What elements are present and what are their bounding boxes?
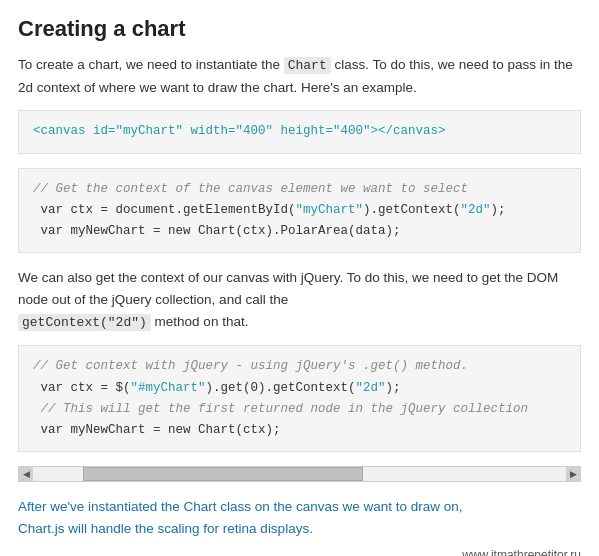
code-comment-jquery: // Get context with jQuery - using jQuer…	[33, 359, 468, 373]
inline-code-getcontext: getContext("2d")	[18, 314, 151, 331]
intro-paragraph: To create a chart, we need to instantiat…	[18, 54, 581, 98]
scroll-left-arrow[interactable]: ◀	[19, 467, 33, 481]
watermark-text: www.itmathrepetitor.ru	[462, 548, 581, 556]
bottom-paragraph: After we've instantiated the Chart class…	[18, 496, 581, 539]
code-jquery-line2: var myNewChart = new Chart(ctx);	[33, 423, 281, 437]
scroll-right-arrow[interactable]: ▶	[566, 467, 580, 481]
page-title: Creating a chart	[18, 16, 581, 42]
code-comment-jquery-2: // This will get the first returned node…	[33, 402, 528, 416]
bottom-text-prefix: After we've instantiated the	[18, 499, 183, 514]
code-block-canvas: <canvas id="myChart" width="400" height=…	[18, 110, 581, 153]
inline-code-chart: Chart	[284, 57, 331, 74]
bottom-inline-chart: Chart	[183, 499, 216, 514]
code-line-1: var ctx = document.getElementById("myCha…	[33, 203, 506, 217]
watermark: www.itmathrepetitor.ru	[18, 548, 581, 556]
horizontal-scrollbar[interactable]: ◀ ▶	[18, 466, 581, 482]
paragraph-2-text: We can also get the context of our canva…	[18, 270, 558, 307]
code-line-2: var myNewChart = new Chart(ctx).PolarAre…	[33, 224, 401, 238]
paragraph-2-end: method on that.	[155, 314, 249, 329]
bottom-text-suffix: class on the canvas we want to draw on,	[216, 499, 462, 514]
paragraph-2: We can also get the context of our canva…	[18, 267, 581, 333]
code-block-ctx: // Get the context of the canvas element…	[18, 168, 581, 254]
code-jquery-line1: var ctx = $("#myChart").get(0).getContex…	[33, 381, 401, 395]
code-canvas-text: <canvas id="myChart" width="400" height=…	[33, 124, 446, 138]
scroll-thumb[interactable]	[83, 467, 363, 481]
scroll-track[interactable]	[33, 467, 566, 481]
code-comment-1: // Get the context of the canvas element…	[33, 182, 468, 196]
code-block-jquery: // Get context with jQuery - using jQuer…	[18, 345, 581, 452]
bottom-text-line2: Chart.js will handle the scaling for ret…	[18, 521, 313, 536]
intro-text-1: To create a chart, we need to instantiat…	[18, 57, 280, 72]
